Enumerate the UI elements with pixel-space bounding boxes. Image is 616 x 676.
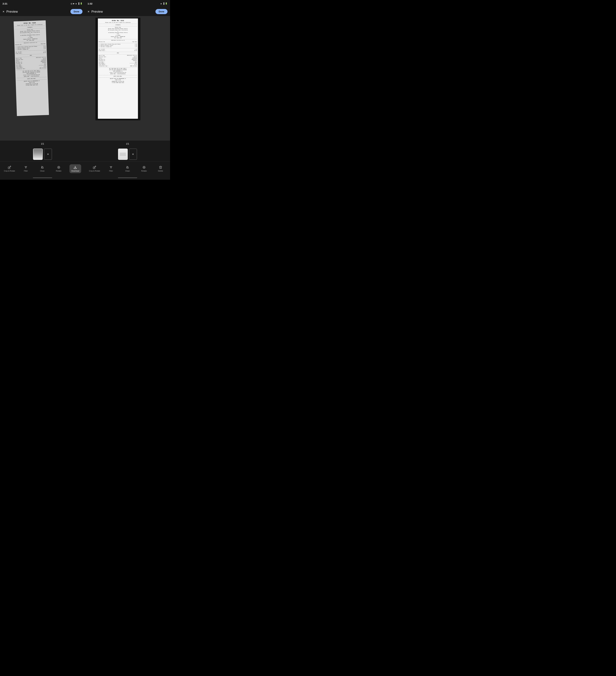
delivery-value: Take Away <box>41 43 46 45</box>
receipt-write-right: WRITE CODE HERE: <box>99 76 137 77</box>
item3-name: 1 x Hershey's Sundae Pie <box>15 49 28 51</box>
delivery-label: Delivery No: <box>15 44 22 45</box>
wifi-icon: ▲ <box>75 2 77 5</box>
toolbar-crop-label-right: Crop & Rotate <box>89 170 100 172</box>
receipt-order-no-right: Order No: 3132 <box>99 20 137 22</box>
cardnumber-label-right: Card Number : <box>99 63 106 64</box>
toolbar-filter-label-right: Filter <box>109 170 113 172</box>
toolbar-download-left[interactable]: Download <box>69 164 81 173</box>
close-button-left[interactable]: × <box>3 10 4 13</box>
toolbar-clean-label-left: Clean <box>40 170 45 172</box>
receipt-type-right: [TAKEAWAY] <box>99 24 137 26</box>
status-bar-left: 2:21 ◎ ▶ ▲ ▐ 🔋 <box>0 0 85 7</box>
total-label-right: Grand Total : <box>99 50 106 51</box>
transtype-label-right: Transaction Type : <box>99 65 108 67</box>
receipt-terminal-right: Terminal ID : 79640461 <box>99 60 137 61</box>
home-bar-left <box>33 177 52 178</box>
receipt-content-left: Order No: 3132 Please refer to the last … <box>14 20 48 88</box>
main-content-right: Order No: 3132 Please refer to the last … <box>85 16 170 140</box>
cardnumber-value-right: **********2597 <box>130 63 137 64</box>
receipt-gst-right: Inc. 9% GST: 1.70 <box>99 49 137 50</box>
date2-value-right: 2024/10/17 19:44:44 <box>127 55 137 56</box>
home-bar-right <box>118 177 137 178</box>
receipt-disclaimer3-right: REDEMPTION IS VALID FOR <box>99 81 137 82</box>
terminal-label-right: Terminal ID : <box>99 60 106 61</box>
transtype-label: Transaction Type : <box>16 68 26 70</box>
bottom-toolbar-left: Crop & Rotate Filter Clean Re <box>0 161 85 176</box>
wifi-icon-right: ▲ <box>160 2 162 5</box>
toolbar-retake-right[interactable]: Retake <box>138 166 150 172</box>
toolbar-filter-right[interactable]: Filter <box>105 166 117 172</box>
status-time-right: 1:32 <box>87 2 93 5</box>
battery-icon: 🔋 <box>80 2 82 5</box>
status-icons-left: ◎ ▶ ▲ ▐ 🔋 <box>71 2 82 5</box>
divider4r <box>99 43 137 43</box>
thumbnail-strip-left: + <box>0 147 85 161</box>
toolbar-retake-left[interactable]: Retake <box>53 166 64 172</box>
battery-icon-right: 🔋 <box>165 2 168 5</box>
receipt-promo1-right: GET YOUR FREE CUP OF COKE (SMALL) <box>99 68 137 69</box>
svg-point-14 <box>143 167 144 168</box>
toolbar-filter-left[interactable]: Filter <box>20 166 32 172</box>
header-title-left: Preview <box>6 10 18 13</box>
receipt-store-right: Burger King <box>99 27 137 28</box>
transtype-value: AMEX Purchase <box>40 67 46 69</box>
gst-value-right: 1.70 <box>135 49 137 50</box>
done-button-left[interactable]: Done <box>70 9 82 14</box>
thumbnail-strip-right: + <box>85 147 170 161</box>
toolbar-crop-left[interactable]: Crop & Rotate <box>4 166 15 172</box>
cardname-label-right: Card Name : <box>99 62 105 63</box>
item3-name-right: 1 x Hershey's Sundae Pie <box>99 46 112 48</box>
add-page-button-left[interactable]: + <box>44 149 52 160</box>
receipt-disclaimer2-right: TIME OF USE <box>99 79 137 81</box>
receipt-address5-right: S'Po <box>99 34 137 35</box>
left-phone-screen: 2:21 ◎ ▶ ▲ ▐ 🔋 × Preview Done Order No: … <box>0 0 85 180</box>
receipt-delivery-right: Delivery No: Take Away <box>99 41 137 43</box>
toolbar-filter-label-left: Filter <box>24 170 28 172</box>
add-page-button-right[interactable]: + <box>129 149 137 160</box>
receipt-promo5-right: ENTER CODE : 2410170184303132 <box>99 73 137 75</box>
main-content-left: Order No: 3132 Please refer to the last … <box>0 16 85 140</box>
receipt-promo2-right: WITH ANY NEXT PURCHASE BY SHARING <box>99 69 137 71</box>
receipt-content-right: Order No: 3132 Please refer to the last … <box>98 18 138 85</box>
receipt-cardname-right: Card Name : AMEX <box>99 62 137 63</box>
receipt-container-left: Order No: 3132 Please refer to the last … <box>0 16 85 140</box>
item3-price: 4.55 <box>44 48 46 50</box>
header-bar-left: × Preview Done <box>0 7 85 16</box>
done-button-right[interactable]: Done <box>156 9 168 14</box>
toolbar-delete-right[interactable]: Delete <box>155 166 166 172</box>
thumbnail-1-left[interactable] <box>33 149 43 160</box>
total-value-right: 20.65 <box>134 50 137 51</box>
filter-icon-right <box>109 166 113 169</box>
receipt-transamount-right: Trans Amount : 20.65 <box>99 64 137 65</box>
receipt-tel-right: TEL: 6610 8789 <box>99 37 137 39</box>
receipt-item2-right: 1 x Mexican Drumlets (5pcs) 6.60 <box>99 45 137 46</box>
bottom-toolbar-right: Crop & Rotate Filter Clean Re <box>85 161 170 176</box>
retake-icon <box>57 166 60 169</box>
close-button-right[interactable]: × <box>87 10 89 13</box>
page-indicator-right: 1/1 <box>85 140 170 147</box>
status-time-left: 2:21 <box>3 2 7 5</box>
receipt-payment-right: AMEX <box>99 52 137 54</box>
receipt-datetime-right: 2024/10/17 19:44:44 at 13 <box>99 40 137 41</box>
toolbar-clean-label-right: Clean <box>125 170 130 172</box>
toolbar-clean-left[interactable]: Clean <box>37 166 48 172</box>
signal-icon: ▐ <box>78 2 79 5</box>
filter-icon <box>24 166 27 169</box>
toolbar-delete-label-right: Delete <box>158 170 163 172</box>
receipt-total-right: Grand Total : 20.65 <box>99 50 137 51</box>
receipt-date2-right: Date & Time 2024/10/17 19:44:44 <box>99 55 137 56</box>
receipt-promo4-right: https://sing.tellburgerking.com <box>99 72 137 73</box>
receipt-disclaimer1-right: RECEIPT MUST BE SURRENDERED AT <box>99 78 137 79</box>
thumbnail-1-right[interactable] <box>118 149 128 160</box>
crop-rotate-icon <box>8 166 11 169</box>
toolbar-crop-right[interactable]: Crop & Rotate <box>89 166 100 172</box>
receipt-item1-right: 1 x Double Spicy Chicken King with Chees… <box>99 44 137 45</box>
merchant-value-right: 9800520678 <box>132 59 137 60</box>
thumb-receipt-preview-right <box>118 149 127 160</box>
signal-icon-right: ▐ <box>163 2 164 5</box>
total-label: Grand Total : <box>16 53 22 54</box>
toolbar-clean-right[interactable]: Clean <box>122 166 133 172</box>
toolbar-download-label-left: Download <box>71 170 79 172</box>
receipt-paper-left: Order No: 3132 Please refer to the last … <box>14 20 49 116</box>
